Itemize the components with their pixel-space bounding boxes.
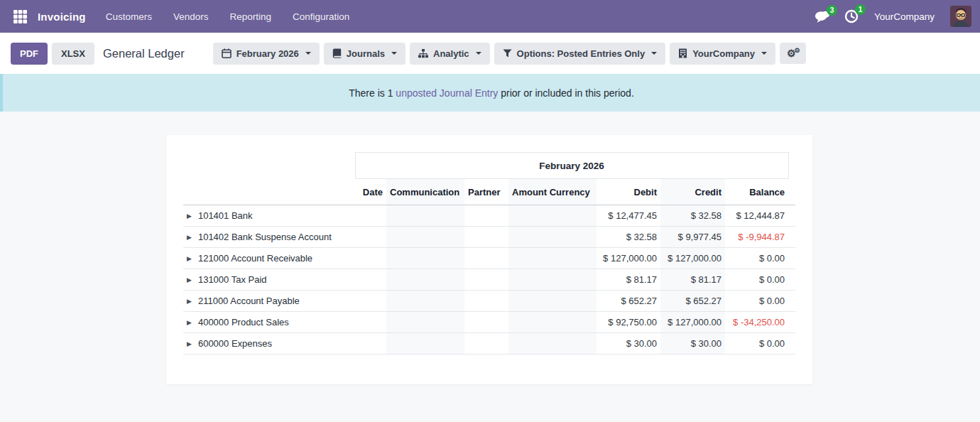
partner-cell	[464, 333, 508, 355]
chevron-down-icon	[391, 52, 397, 55]
filter-funnel-icon	[503, 49, 512, 58]
credit-cell: $ 81.17	[660, 269, 725, 291]
account-name: 131000 Tax Paid	[198, 274, 267, 285]
date-cell	[355, 248, 386, 269]
amount-currency-cell	[508, 248, 597, 269]
top-menu: Customers Vendors Reporting Configuratio…	[106, 11, 350, 22]
debit-cell: $ 12,477.45	[597, 205, 660, 227]
account-name: 101401 Bank	[198, 210, 253, 221]
date-cell	[355, 312, 386, 333]
account-name: 400000 Product Sales	[198, 317, 289, 328]
control-panel: PDF XLSX General Ledger February 2026 J	[0, 33, 980, 74]
journals-filter-button[interactable]: Journals	[324, 43, 405, 65]
debit-cell: $ 92,750.00	[597, 312, 660, 333]
table-row[interactable]: ▶211000 Account Payable $ 652.27 $ 652.2…	[183, 291, 795, 312]
partner-cell	[464, 291, 508, 312]
grid-icon	[13, 10, 27, 23]
balance-cell: $ 0.00	[725, 248, 788, 269]
table-row[interactable]: ▶600000 Expenses $ 30.00 $ 30.00 $ 0.00	[183, 333, 795, 355]
menu-vendors[interactable]: Vendors	[173, 11, 209, 22]
book-icon	[332, 48, 342, 58]
messages-button[interactable]: 3	[815, 10, 830, 23]
sitemap-icon	[418, 49, 428, 58]
app-name[interactable]: Invoicing	[38, 11, 86, 23]
calendar-icon	[222, 48, 232, 58]
options-filter-button[interactable]: Options: Posted Entries Only	[494, 43, 666, 65]
credit-cell: $ 652.27	[660, 291, 725, 312]
gears-icon: ⚙⚙	[787, 47, 799, 59]
credit-cell: $ 30.00	[660, 333, 725, 355]
building-icon	[678, 48, 687, 58]
balance-cell: $ -9,944.87	[725, 227, 788, 248]
col-header-balance: Balance	[725, 179, 788, 205]
debit-cell: $ 32.58	[597, 227, 660, 248]
col-header-amount-currency: Amount Currency	[508, 179, 597, 205]
unposted-entries-banner: There is 1 unposted Journal Entry prior …	[0, 74, 980, 112]
credit-cell: $ 9,977.45	[660, 227, 725, 248]
table-row[interactable]: ▶101402 Bank Suspense Account $ 32.58 $ …	[183, 227, 795, 248]
unposted-journal-entry-link[interactable]: unposted Journal Entry	[396, 87, 498, 99]
date-cell	[355, 205, 386, 227]
communication-cell	[386, 227, 464, 248]
credit-cell: $ 127,000.00	[660, 312, 725, 333]
balance-cell: $ 0.00	[725, 291, 788, 312]
ledger-rows: ▶101401 Bank $ 12,477.45 $ 32.58 $ 12,44…	[183, 205, 795, 355]
account-name: 121000 Account Receivable	[198, 253, 312, 264]
account-name: 600000 Expenses	[198, 338, 272, 349]
company-filter-button[interactable]: YourCompany	[670, 43, 775, 65]
table-row[interactable]: ▶400000 Product Sales $ 92,750.00 $ 127,…	[183, 312, 795, 333]
menu-reporting[interactable]: Reporting	[229, 11, 271, 22]
debit-cell: $ 81.17	[597, 269, 660, 291]
pdf-button[interactable]: PDF	[11, 43, 48, 65]
expand-icon[interactable]: ▶	[187, 255, 192, 262]
user-company-name[interactable]: YourCompany	[874, 11, 935, 22]
expand-icon[interactable]: ▶	[187, 298, 192, 305]
table-row[interactable]: ▶131000 Tax Paid $ 81.17 $ 81.17 $ 0.00	[183, 269, 795, 291]
credit-cell: $ 32.58	[660, 205, 725, 227]
partner-cell	[464, 269, 508, 291]
settings-button[interactable]: ⚙⚙	[780, 43, 806, 65]
debit-cell: $ 652.27	[597, 291, 660, 312]
avatar[interactable]	[950, 6, 971, 27]
date-cell	[355, 269, 386, 291]
chevron-down-icon	[305, 52, 311, 55]
debit-cell: $ 127,000.00	[597, 248, 660, 269]
account-name: 211000 Account Payable	[198, 296, 300, 306]
journals-filter-label: Journals	[347, 48, 385, 59]
expand-icon[interactable]: ▶	[187, 212, 192, 220]
menu-customers[interactable]: Customers	[106, 11, 152, 22]
chevron-down-icon	[761, 52, 767, 55]
date-cell	[355, 227, 386, 248]
analytic-filter-button[interactable]: Analytic	[410, 43, 490, 65]
activities-button[interactable]: 1	[844, 9, 859, 23]
balance-cell: $ 0.00	[725, 333, 788, 355]
general-ledger-table: February 2026 Date Communication Partner…	[183, 152, 795, 355]
messages-badge: 3	[827, 5, 837, 16]
communication-cell	[386, 291, 464, 312]
balance-cell: $ 12,444.87	[725, 205, 788, 227]
col-header-credit: Credit	[660, 179, 725, 205]
table-row[interactable]: ▶101401 Bank $ 12,477.45 $ 32.58 $ 12,44…	[183, 205, 795, 227]
account-name: 101402 Bank Suspense Account	[198, 232, 332, 242]
banner-text-prefix: There is 1	[349, 87, 396, 99]
apps-menu-icon[interactable]	[11, 7, 29, 26]
general-ledger-card: February 2026 Date Communication Partner…	[166, 135, 812, 384]
communication-cell	[386, 205, 464, 227]
col-header-communication: Communication	[386, 179, 464, 205]
xlsx-button[interactable]: XLSX	[52, 43, 94, 65]
communication-cell	[386, 312, 464, 333]
report-area: February 2026 Date Communication Partner…	[0, 112, 980, 384]
amount-currency-cell	[508, 269, 597, 291]
table-row[interactable]: ▶121000 Account Receivable $ 127,000.00 …	[183, 248, 795, 269]
balance-cell: $ 0.00	[725, 269, 788, 291]
expand-icon[interactable]: ▶	[187, 276, 192, 283]
expand-icon[interactable]: ▶	[187, 340, 192, 347]
expand-icon[interactable]: ▶	[187, 319, 192, 326]
menu-configuration[interactable]: Configuration	[293, 11, 349, 22]
period-filter-button[interactable]: February 2026	[213, 43, 320, 65]
period-header: February 2026	[355, 153, 788, 179]
communication-cell	[386, 248, 464, 269]
expand-icon[interactable]: ▶	[187, 234, 192, 241]
date-cell	[355, 333, 386, 355]
amount-currency-cell	[508, 291, 597, 312]
